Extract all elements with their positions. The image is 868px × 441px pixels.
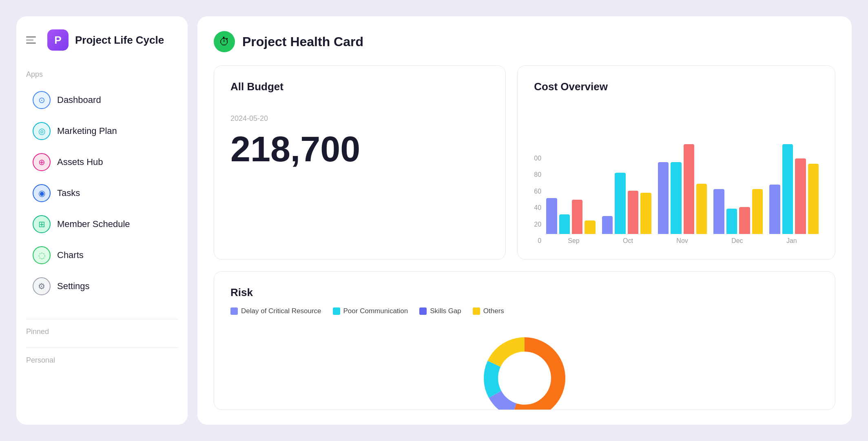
sidebar-divider-2 <box>26 347 178 348</box>
cards-row: All Budget 2024-05-20 218,700 Cost Overv… <box>214 65 835 260</box>
y-axis-label: 20 <box>534 221 541 228</box>
donut-segment <box>488 337 525 367</box>
legend-dot-skills-gap <box>419 307 427 315</box>
bar-group-jan <box>769 144 819 234</box>
sidebar-divider-1 <box>26 319 178 319</box>
legend-item-others: Others <box>473 307 504 315</box>
settings-icon: ⚙ <box>33 277 51 295</box>
bar-yellow <box>585 220 595 234</box>
bar-cyan <box>671 162 681 234</box>
bar-red <box>628 191 638 234</box>
bar-yellow <box>752 189 763 234</box>
bar-cyan <box>615 173 625 234</box>
sidebar-item-assets-hub[interactable]: ⊕Assets Hub <box>26 147 178 177</box>
legend-label-delay: Delay of Critical Resource <box>241 307 321 315</box>
bar-red <box>684 144 694 234</box>
bar-cyan <box>559 214 570 234</box>
y-axis-label: 80 <box>534 171 541 178</box>
sidebar-item-member-schedule[interactable]: ⊞Member Schedule <box>26 209 178 239</box>
legend-dot-others <box>473 307 480 315</box>
bar-group-oct <box>602 173 651 234</box>
bar-chart-container: 00806040200 SepOctNovDecJan <box>534 93 819 245</box>
sidebar-label-marketing-plan: Marketing Plan <box>57 126 117 136</box>
bar-group-dec <box>713 189 763 234</box>
x-axis: SepOctNovDecJan <box>546 237 819 245</box>
marketing-plan-icon: ◎ <box>33 122 51 140</box>
sidebar-label-member-schedule: Member Schedule <box>57 219 130 229</box>
budget-card: All Budget 2024-05-20 218,700 <box>214 65 506 260</box>
budget-date: 2024-05-20 <box>230 114 489 123</box>
page-title: Project Health Card <box>242 34 363 49</box>
sidebar-label-charts: Charts <box>57 250 84 261</box>
page-icon: ⏱ <box>214 31 235 52</box>
apps-section-label: Apps <box>26 70 178 79</box>
project-logo: P <box>47 29 69 51</box>
risk-title: Risk <box>230 286 819 299</box>
bar-red <box>572 200 582 234</box>
dashboard-icon: ⊙ <box>33 91 51 109</box>
bar-red <box>795 158 806 234</box>
cost-card: Cost Overview 00806040200 SepOctNovDecJa… <box>517 65 835 260</box>
y-axis-label: 00 <box>534 155 541 162</box>
x-axis-label: Nov <box>676 237 688 245</box>
nav-items: ⊙Dashboard◎Marketing Plan⊕Assets Hub◉Tas… <box>26 85 178 301</box>
legend-label-skills-gap: Skills Gap <box>430 307 461 315</box>
bar-yellow <box>696 184 707 234</box>
bar-yellow <box>808 164 819 234</box>
legend-label-poor-comm: Poor Communication <box>343 307 408 315</box>
sidebar-item-dashboard[interactable]: ⊙Dashboard <box>26 85 178 115</box>
sidebar-item-charts[interactable]: ◌Charts <box>26 241 178 270</box>
sidebar-label-settings: Settings <box>57 281 90 292</box>
chart-area: 00806040200 SepOctNovDecJan <box>534 93 819 245</box>
y-axis-label: 0 <box>538 237 541 245</box>
sidebar-item-settings[interactable]: ⚙Settings <box>26 272 178 301</box>
cost-card-title: Cost Overview <box>534 80 819 93</box>
personal-section-label: Personal <box>26 356 178 365</box>
bar-yellow <box>640 193 651 234</box>
donut-container <box>230 325 819 410</box>
y-axis-label: 60 <box>534 188 541 195</box>
x-axis-label: Oct <box>623 237 633 245</box>
charts-icon: ◌ <box>33 246 51 264</box>
budget-card-title: All Budget <box>230 80 489 93</box>
assets-hub-icon: ⊕ <box>33 153 51 171</box>
pinned-section-label: Pinned <box>26 327 178 336</box>
risk-section: Risk Delay of Critical ResourcePoor Comm… <box>214 271 835 410</box>
legend-item-skills-gap: Skills Gap <box>419 307 461 315</box>
sidebar-label-dashboard: Dashboard <box>57 95 101 105</box>
bar-purple <box>658 162 669 234</box>
tasks-icon: ◉ <box>33 184 51 202</box>
donut-segment <box>484 361 501 398</box>
app-container: P Project Life Cycle Apps ⊙Dashboard◎Mar… <box>16 16 852 425</box>
bar-purple <box>546 198 557 234</box>
legend-item-poor-comm: Poor Communication <box>333 307 408 315</box>
sidebar-label-tasks: Tasks <box>57 188 80 198</box>
x-axis-label: Dec <box>731 237 743 245</box>
x-axis-label: Jan <box>786 237 797 245</box>
bar-cyan <box>782 144 793 234</box>
bar-purple <box>602 216 613 234</box>
member-schedule-icon: ⊞ <box>33 215 51 233</box>
page-header: ⏱ Project Health Card <box>214 31 835 52</box>
x-axis-label: Sep <box>568 237 579 245</box>
bar-group-nov <box>658 144 707 234</box>
legend-item-delay: Delay of Critical Resource <box>230 307 321 315</box>
project-name: Project Life Cycle <box>75 34 164 47</box>
bar-cyan <box>726 209 737 234</box>
menu-icon[interactable] <box>26 33 41 47</box>
sidebar-item-tasks[interactable]: ◉Tasks <box>26 178 178 208</box>
legend-dot-delay <box>230 307 238 315</box>
risk-legend: Delay of Critical ResourcePoor Communica… <box>230 307 819 315</box>
bar-group-sep <box>546 198 596 234</box>
sidebar-header: P Project Life Cycle <box>26 29 178 51</box>
legend-label-others: Others <box>483 307 504 315</box>
y-axis-label: 40 <box>534 204 541 212</box>
bar-red <box>739 207 750 234</box>
main-content: ⏱ Project Health Card All Budget 2024-05… <box>197 16 852 425</box>
bar-purple <box>713 189 724 234</box>
bar-purple <box>769 185 780 234</box>
budget-amount: 218,700 <box>230 131 489 167</box>
sidebar-item-marketing-plan[interactable]: ◎Marketing Plan <box>26 116 178 146</box>
donut-chart <box>463 325 586 410</box>
bar-groups <box>546 144 819 234</box>
